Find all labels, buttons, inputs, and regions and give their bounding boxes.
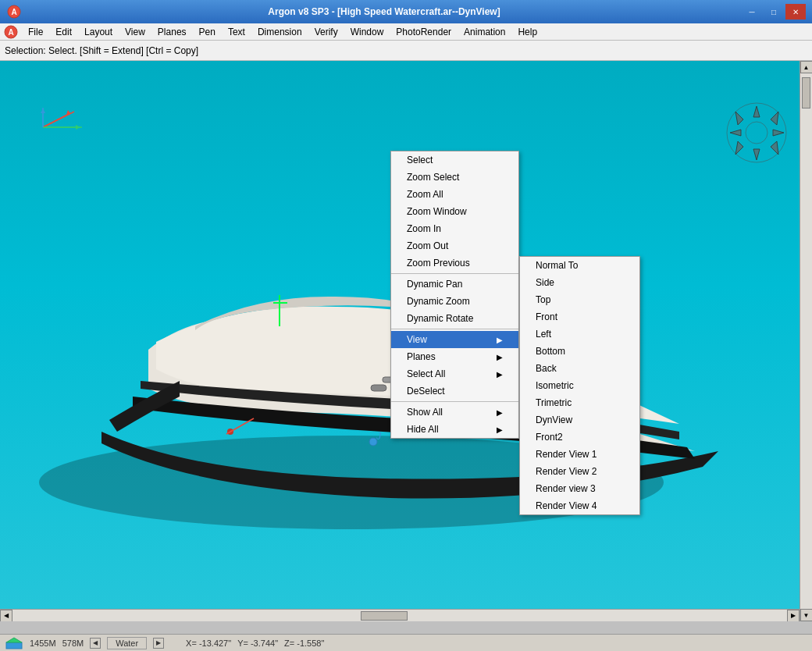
title-bar: A Argon v8 SP3 - [High Speed Watercraft.… <box>0 0 812 23</box>
ctx-zoom-select[interactable]: Zoom Select <box>391 169 518 186</box>
scroll-thumb-h[interactable] <box>361 611 408 621</box>
ctx-zoom-window[interactable]: Zoom Window <box>391 203 518 220</box>
svg-rect-33 <box>6 642 22 649</box>
svg-line-8 <box>226 418 254 434</box>
view-icon <box>5 636 23 650</box>
select-all-arrow: ▶ <box>497 370 503 379</box>
sub-top[interactable]: Top <box>520 291 639 308</box>
scroll-left-arrow[interactable]: ◀ <box>0 610 12 622</box>
separator-2 <box>391 329 518 329</box>
ctx-planes[interactable]: Planes ▶ <box>391 348 518 365</box>
sub-render-view-2[interactable]: Render View 2 <box>520 463 639 480</box>
scroll-up-arrow[interactable]: ▲ <box>800 61 813 73</box>
sub-isometric[interactable]: Isometric <box>520 377 639 394</box>
menu-edit[interactable]: Edit <box>49 25 78 39</box>
sub-render-view-1[interactable]: Render View 1 <box>520 446 639 463</box>
menu-text[interactable]: Text <box>222 25 251 39</box>
prev-layer-arrow[interactable]: ◀ <box>90 638 101 649</box>
context-menu: Select Zoom Select Zoom All Zoom Window … <box>390 151 519 439</box>
memory-2: 578M <box>62 639 84 648</box>
memory-1: 1455M <box>30 639 56 648</box>
menu-animation[interactable]: Animation <box>458 25 511 39</box>
scroll-right-arrow[interactable]: ▶ <box>787 610 800 622</box>
svg-text:A: A <box>8 28 13 37</box>
svg-text:A: A <box>11 8 16 16</box>
svg-marker-26 <box>730 130 741 136</box>
menu-planes[interactable]: Planes <box>151 25 193 39</box>
sub-left[interactable]: Left <box>520 326 639 343</box>
coord-z: Z= -1.558" <box>284 639 324 648</box>
separator-1 <box>391 273 518 274</box>
menu-photorender[interactable]: PhotoRender <box>390 25 458 39</box>
maximize-button[interactable]: □ <box>764 4 784 20</box>
view-arrow: ▶ <box>497 336 503 344</box>
sub-menu-view: Normal To Side Top Front Left Bottom Bac… <box>519 256 640 515</box>
ctx-select-all[interactable]: Select All ▶ <box>391 365 518 382</box>
app-icon: A <box>6 4 22 20</box>
window-title: Argon v8 SP3 - [High Speed Watercraft.ar… <box>27 6 742 17</box>
sub-bottom[interactable]: Bottom <box>520 343 639 360</box>
ctx-hide-all[interactable]: Hide All ▶ <box>391 421 518 438</box>
ctx-dynamic-rotate[interactable]: Dynamic Rotate <box>391 310 518 327</box>
menu-pen[interactable]: Pen <box>193 25 222 39</box>
sub-side[interactable]: Side <box>520 274 639 291</box>
ctx-zoom-previous[interactable]: Zoom Previous <box>391 254 518 272</box>
sub-trimetric[interactable]: Trimetric <box>520 394 639 411</box>
ctx-show-all[interactable]: Show All ▶ <box>391 404 518 421</box>
svg-marker-28 <box>735 112 743 125</box>
sub-front[interactable]: Front <box>520 308 639 326</box>
ctx-zoom-out[interactable]: Zoom Out <box>391 237 518 254</box>
ctx-view[interactable]: View ▶ <box>391 331 518 348</box>
scroll-thumb[interactable] <box>802 77 810 108</box>
scrollbar-bottom[interactable]: ◀ ▶ <box>0 609 800 621</box>
svg-marker-25 <box>773 130 784 136</box>
menu-dimension[interactable]: Dimension <box>251 25 308 39</box>
menu-window[interactable]: Window <box>344 25 390 39</box>
svg-marker-19 <box>76 125 80 130</box>
hide-all-arrow: ▶ <box>497 425 503 434</box>
svg-rect-11 <box>371 385 386 391</box>
layer-tab[interactable]: Water <box>107 637 147 649</box>
menu-layout[interactable]: Layout <box>78 25 119 39</box>
sub-back[interactable]: Back <box>520 360 639 377</box>
ctx-select[interactable]: Select <box>391 151 518 169</box>
scroll-track-h <box>12 610 787 621</box>
app-logo-small: A <box>3 24 19 40</box>
menu-file[interactable]: File <box>22 25 49 39</box>
ctx-zoom-in[interactable]: Zoom In <box>391 220 518 237</box>
svg-marker-29 <box>771 141 778 155</box>
svg-marker-30 <box>735 141 743 155</box>
scroll-down-arrow[interactable]: ▼ <box>800 609 813 621</box>
menu-view[interactable]: View <box>119 25 151 39</box>
scroll-track <box>800 73 812 609</box>
svg-marker-23 <box>753 106 760 117</box>
close-button[interactable]: ✕ <box>785 4 806 20</box>
show-all-arrow: ▶ <box>497 408 503 417</box>
sub-dynview[interactable]: DynView <box>520 411 639 429</box>
svg-line-16 <box>43 113 70 127</box>
nav-widget <box>724 100 790 166</box>
toolbar: Selection: Select. [Shift = Extend] [Ctr… <box>0 41 812 61</box>
window-controls: ─ □ ✕ <box>742 4 806 20</box>
menu-help[interactable]: Help <box>511 25 543 39</box>
ctx-dynamic-pan[interactable]: Dynamic Pan <box>391 276 518 293</box>
sub-render-view-3[interactable]: Render view 3 <box>520 480 639 497</box>
bottom-status: 1455M 578M ◀ Water ▶ X= -13.427" Y= -3.7… <box>0 634 812 651</box>
sub-render-view-4[interactable]: Render View 4 <box>520 497 639 514</box>
svg-text:J: J <box>376 431 382 442</box>
sub-normal-to[interactable]: Normal To <box>520 257 639 274</box>
scrollbar-right[interactable]: ▲ ▼ <box>800 61 812 621</box>
separator-3 <box>391 401 518 402</box>
next-layer-arrow[interactable]: ▶ <box>153 638 164 649</box>
sub-front2[interactable]: Front2 <box>520 429 639 446</box>
coord-y: Y= -3.744" <box>237 639 278 648</box>
svg-marker-24 <box>753 149 760 160</box>
minimize-button[interactable]: ─ <box>742 4 762 20</box>
status-text: Selection: Select. [Shift = Extend] [Ctr… <box>5 45 198 56</box>
ctx-zoom-all[interactable]: Zoom All <box>391 186 518 203</box>
canvas-area: SOFTPEDIA <box>0 61 812 621</box>
ctx-deselect[interactable]: DeSelect <box>391 382 518 400</box>
ctx-dynamic-zoom[interactable]: Dynamic Zoom <box>391 293 518 310</box>
menu-verify[interactable]: Verify <box>308 25 344 39</box>
svg-marker-21 <box>41 108 45 113</box>
